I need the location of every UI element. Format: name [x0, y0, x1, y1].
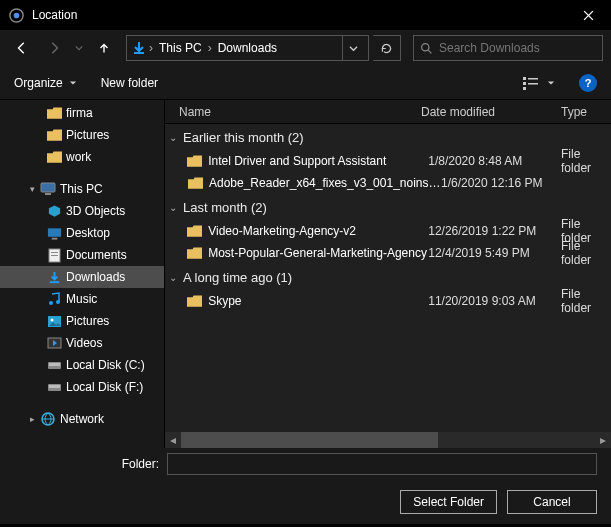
svg-rect-23 [49, 363, 60, 366]
folder-label: Folder: [122, 457, 159, 471]
col-date[interactable]: Date modified [421, 105, 561, 119]
item-date: 1/6/2020 12:16 PM [441, 176, 581, 190]
sidebar-item-pictures[interactable]: Pictures [0, 310, 164, 332]
organize-button[interactable]: Organize [14, 76, 77, 90]
sidebar-item-label: Pictures [66, 314, 109, 328]
help-button[interactable]: ? [579, 74, 597, 92]
main-area: firma Pictures work ▾ This PC 3D Objects… [0, 100, 611, 448]
pictures-icon [46, 313, 62, 329]
cancel-button[interactable]: Cancel [507, 490, 597, 514]
folder-icon [46, 149, 62, 165]
sidebar-item-pictures[interactable]: Pictures [0, 124, 164, 146]
sidebar-item-disk-f[interactable]: Local Disk (F:) [0, 376, 164, 398]
svg-point-17 [49, 301, 53, 305]
sidebar-item-videos[interactable]: Videos [0, 332, 164, 354]
sidebar-item-thispc[interactable]: ▾ This PC [0, 178, 164, 200]
svg-rect-4 [523, 77, 526, 80]
sidebar-item-downloads[interactable]: Downloads [0, 266, 164, 288]
sidebar-item-firma[interactable]: firma [0, 102, 164, 124]
documents-icon [46, 247, 62, 263]
address-dropdown[interactable] [342, 36, 364, 60]
list-item[interactable]: Skype11/20/2019 9:03 AMFile folder [165, 290, 611, 312]
folder-input[interactable] [167, 453, 597, 475]
address-segment-thispc[interactable]: This PC [155, 41, 206, 55]
svg-rect-16 [49, 281, 58, 283]
nav-row: › This PC › Downloads [0, 30, 611, 66]
button-row: Select Folder Cancel [0, 480, 611, 524]
desktop-icon [46, 225, 62, 241]
back-button[interactable] [8, 34, 36, 62]
folder-icon [46, 127, 62, 143]
group-header[interactable]: ⌄Last month (2) [165, 194, 611, 220]
chevron-down-icon: ⌄ [169, 272, 177, 283]
music-icon [46, 291, 62, 307]
sidebar-item-label: Local Disk (C:) [66, 358, 145, 372]
view-options-button[interactable] [523, 76, 555, 90]
sidebar-item-3d-objects[interactable]: 3D Objects [0, 200, 164, 222]
up-button[interactable] [90, 34, 118, 62]
chrome-icon [8, 7, 24, 23]
horizontal-scrollbar[interactable]: ◂ ▸ [165, 432, 611, 448]
sidebar-item-label: firma [66, 106, 93, 120]
svg-rect-9 [41, 183, 55, 192]
sidebar-item-music[interactable]: Music [0, 288, 164, 310]
list-item[interactable]: Most-Popular-General-Marketing-Agency12/… [165, 242, 611, 264]
refresh-button[interactable] [373, 35, 401, 61]
3d-objects-icon [46, 203, 62, 219]
recent-dropdown[interactable] [72, 34, 86, 62]
search-box[interactable] [413, 35, 603, 61]
disk-icon [46, 379, 62, 395]
folder-icon [187, 223, 202, 239]
address-bar[interactable]: › This PC › Downloads [126, 35, 369, 61]
sidebar-item-label: Pictures [66, 128, 109, 142]
caret-right-icon: ▸ [30, 414, 40, 424]
sidebar-item-network[interactable]: ▸ Network [0, 408, 164, 430]
svg-point-1 [13, 12, 19, 18]
address-segment-downloads[interactable]: Downloads [214, 41, 281, 55]
sidebar-item-disk-c[interactable]: Local Disk (C:) [0, 354, 164, 376]
list-item[interactable]: Video-Marketing-Agency-v212/26/2019 1:22… [165, 220, 611, 242]
item-type: File folder [561, 287, 611, 315]
sidebar-item-label: Desktop [66, 226, 110, 240]
list-item[interactable]: Adobe_Reader_x64_fixes_v3_001_noinstall1… [165, 172, 611, 194]
scroll-thumb[interactable] [181, 432, 438, 448]
search-input[interactable] [439, 41, 596, 55]
group-header[interactable]: ⌄A long time ago (1) [165, 264, 611, 290]
new-folder-button[interactable]: New folder [101, 76, 158, 90]
sidebar-item-documents[interactable]: Documents [0, 244, 164, 266]
close-button[interactable] [565, 0, 611, 30]
forward-button[interactable] [40, 34, 68, 62]
downloads-icon [131, 40, 147, 56]
group-header[interactable]: ⌄Earlier this month (2) [165, 124, 611, 150]
sidebar-item-label: work [66, 150, 91, 164]
svg-rect-25 [49, 385, 60, 388]
scroll-right-icon[interactable]: ▸ [595, 432, 611, 448]
sidebar-item-label: Documents [66, 248, 127, 262]
item-type: File folder [561, 147, 611, 175]
col-name[interactable]: Name [165, 105, 421, 119]
svg-rect-2 [134, 52, 144, 54]
svg-rect-15 [51, 255, 58, 256]
network-icon [40, 411, 56, 427]
svg-point-3 [422, 43, 429, 50]
sidebar-item-label: Local Disk (F:) [66, 380, 143, 394]
item-name: Intel Driver and Support Assistant [208, 154, 428, 168]
select-folder-button[interactable]: Select Folder [400, 490, 497, 514]
group-title: A long time ago (1) [183, 270, 292, 285]
file-list: ⌄Earlier this month (2)Intel Driver and … [165, 124, 611, 432]
list-item[interactable]: Intel Driver and Support Assistant1/8/20… [165, 150, 611, 172]
svg-rect-14 [51, 252, 58, 253]
folder-icon [187, 153, 202, 169]
chevron-down-icon [547, 79, 555, 87]
chevron-down-icon: ⌄ [169, 132, 177, 143]
sidebar-item-label: Downloads [66, 270, 125, 284]
sidebar-item-desktop[interactable]: Desktop [0, 222, 164, 244]
svg-rect-10 [45, 193, 51, 195]
scroll-left-icon[interactable]: ◂ [165, 432, 181, 448]
item-type: File folder [561, 239, 611, 267]
thispc-icon [40, 181, 56, 197]
col-type[interactable]: Type [561, 105, 611, 119]
group-title: Earlier this month (2) [183, 130, 304, 145]
sidebar-item-work[interactable]: work [0, 146, 164, 168]
svg-point-20 [50, 318, 53, 321]
